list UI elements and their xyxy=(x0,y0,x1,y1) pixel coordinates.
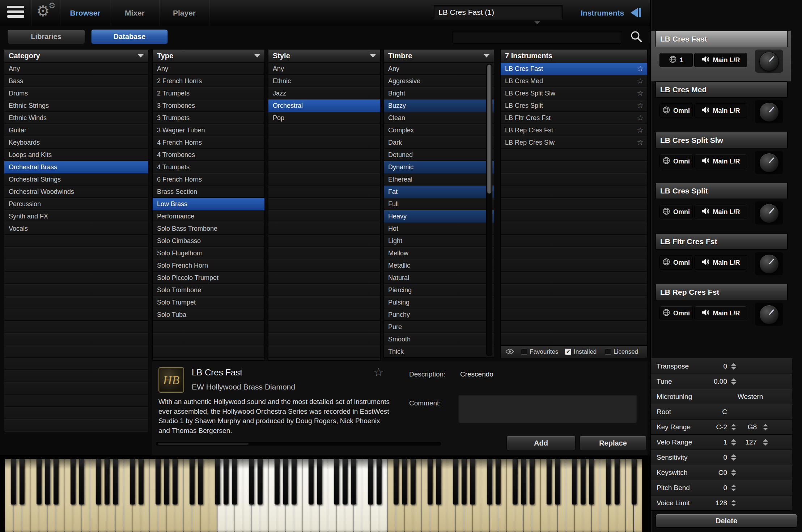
category-item[interactable]: Orchestral Brass xyxy=(4,161,148,173)
category-item[interactable]: Ethnic Winds xyxy=(4,112,148,124)
output-button[interactable]: Main L/R xyxy=(694,154,747,169)
type-item[interactable]: Low Brass xyxy=(153,198,264,210)
piano-black-key[interactable] xyxy=(258,459,263,505)
piano-black-key[interactable] xyxy=(393,459,398,505)
installed-filter[interactable]: ✔Installed xyxy=(565,346,597,358)
param-value[interactable]: 128 xyxy=(693,495,727,510)
add-button[interactable]: Add xyxy=(506,436,576,450)
search-input[interactable] xyxy=(453,31,622,43)
piano-black-key[interactable] xyxy=(224,459,229,505)
type-item[interactable]: 3 Wagner Tuben xyxy=(153,124,264,136)
style-item[interactable]: Ethnic xyxy=(268,75,380,87)
instruments-item[interactable]: LB Cres Split Slw☆ xyxy=(501,87,647,99)
timbre-item[interactable]: Hot xyxy=(384,222,494,235)
favourite-star-icon[interactable]: ☆ xyxy=(637,63,644,75)
piano-black-key[interactable] xyxy=(71,459,76,505)
type-item[interactable]: 3 Trombones xyxy=(153,99,264,112)
piano-black-key[interactable] xyxy=(309,459,314,505)
type-item[interactable]: Performance xyxy=(153,210,264,222)
style-item[interactable]: Pop xyxy=(268,112,380,124)
stepper-control[interactable] xyxy=(731,500,736,506)
timbre-item[interactable]: Full xyxy=(384,198,494,210)
piano-black-key[interactable] xyxy=(487,459,492,505)
timbre-item[interactable]: Metallic xyxy=(384,259,494,272)
midi-channel-button[interactable]: Omni xyxy=(659,255,693,270)
step-down-icon[interactable] xyxy=(731,382,736,385)
param-value[interactable]: 0.00 xyxy=(693,374,727,389)
piano-black-key[interactable] xyxy=(156,459,161,505)
midi-channel-button[interactable]: Omni xyxy=(659,205,693,219)
category-item[interactable]: Guitar xyxy=(4,124,148,136)
piano-black-key[interactable] xyxy=(45,459,50,505)
piano-black-key[interactable] xyxy=(546,459,551,505)
timbre-item[interactable]: Dynamic xyxy=(384,161,494,173)
step-up-icon[interactable] xyxy=(731,363,736,366)
installed-checkbox[interactable]: ✔ xyxy=(565,349,571,355)
piano-black-key[interactable] xyxy=(139,459,144,505)
slot-name[interactable]: LB Fltr Cres Fst xyxy=(655,233,788,250)
param-value[interactable]: C-2 xyxy=(693,420,727,434)
timbre-item[interactable]: Smooth xyxy=(384,333,494,345)
piano-black-key[interactable] xyxy=(410,459,415,505)
piano-black-key[interactable] xyxy=(589,459,594,505)
piano-black-key[interactable] xyxy=(20,459,25,505)
type-item[interactable]: Solo Tuba xyxy=(153,308,264,321)
step-up-icon[interactable] xyxy=(731,424,736,426)
horizontal-scrollbar[interactable] xyxy=(156,442,441,446)
type-item[interactable]: 4 Trombones xyxy=(153,149,264,161)
category-item[interactable]: Orchestral Woodwinds xyxy=(4,186,148,198)
step-up-icon[interactable] xyxy=(731,485,736,487)
instruments-item[interactable]: LB Cres Fast☆ xyxy=(501,63,647,75)
instruments-item[interactable]: LB Cres Med☆ xyxy=(501,75,647,87)
piano-black-key[interactable] xyxy=(334,459,339,505)
step-down-icon[interactable] xyxy=(731,458,736,461)
volume-knob[interactable] xyxy=(759,153,779,173)
slot-name[interactable]: LB Rep Cres Fst xyxy=(655,284,788,300)
piano-black-key[interactable] xyxy=(572,459,577,505)
param-value[interactable]: 0 xyxy=(693,480,727,495)
timbre-scrollbar[interactable] xyxy=(486,64,492,356)
type-item[interactable]: Any xyxy=(153,63,264,75)
category-item[interactable]: Bass xyxy=(4,75,148,87)
step-down-icon[interactable] xyxy=(763,443,768,446)
category-header[interactable]: Category xyxy=(4,50,148,63)
midi-channel-button[interactable]: 1 xyxy=(659,53,693,67)
type-item[interactable]: Solo Piccolo Trumpet xyxy=(153,272,264,284)
type-item[interactable]: 4 Trumpets xyxy=(153,161,264,173)
output-button[interactable]: Main L/R xyxy=(694,306,747,320)
replace-button[interactable]: Replace xyxy=(580,436,646,450)
piano-black-key[interactable] xyxy=(249,459,254,505)
stepper-control[interactable] xyxy=(731,485,736,491)
volume-knob[interactable] xyxy=(759,254,779,274)
piano-black-key[interactable] xyxy=(343,459,348,505)
stepper-control[interactable] xyxy=(731,454,736,461)
timbre-scrollbar-thumb[interactable] xyxy=(487,64,492,194)
collapse-panel-icon[interactable] xyxy=(631,8,641,17)
piano-black-key[interactable] xyxy=(512,459,517,505)
output-button[interactable]: Main L/R xyxy=(694,205,747,219)
slot-name[interactable]: LB Cres Split Slw xyxy=(655,132,788,148)
timbre-item[interactable]: Piercing xyxy=(384,284,494,296)
favourite-star-icon[interactable]: ☆ xyxy=(637,87,644,99)
step-down-icon[interactable] xyxy=(731,428,736,430)
timbre-item[interactable]: Heavy xyxy=(384,210,494,222)
type-item[interactable]: Solo Trombone xyxy=(153,284,264,296)
piano-black-key[interactable] xyxy=(105,459,110,505)
category-item[interactable]: Loops and Kits xyxy=(4,149,148,161)
step-down-icon[interactable] xyxy=(763,428,768,430)
timbre-item[interactable]: Pulsing xyxy=(384,296,494,308)
step-down-icon[interactable] xyxy=(731,504,736,506)
step-up-icon[interactable] xyxy=(731,439,736,442)
comment-input[interactable] xyxy=(458,394,637,423)
piano-black-key[interactable] xyxy=(461,459,466,505)
style-item[interactable]: Orchestral xyxy=(268,99,380,112)
step-up-icon[interactable] xyxy=(763,439,768,442)
category-item[interactable]: Percussion xyxy=(4,198,148,210)
category-item[interactable]: Drums xyxy=(4,87,148,99)
timbre-header[interactable]: Timbre xyxy=(384,50,494,63)
piano-black-key[interactable] xyxy=(351,459,356,505)
piano-black-key[interactable] xyxy=(96,459,101,505)
search-icon[interactable] xyxy=(629,30,643,43)
param-value[interactable]: C0 xyxy=(693,465,727,480)
timbre-item[interactable]: Fat xyxy=(384,186,494,198)
